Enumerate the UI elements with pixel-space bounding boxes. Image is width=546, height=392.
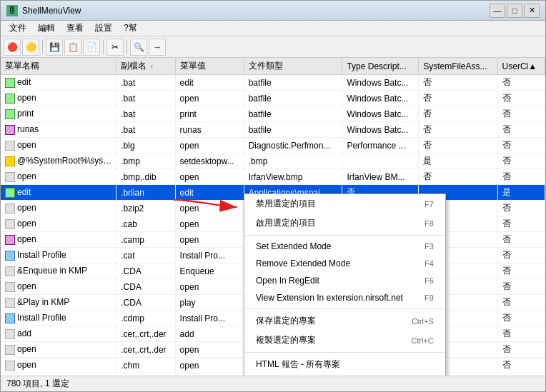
context-menu: 禁用選定的項目F7啟用選定的項目F8Set Extended ModeF3Rem… (244, 194, 446, 376)
context-menu-item-label: Set Extended Mode (256, 241, 331, 251)
table-row[interactable]: runas .bat runas batfile Windows Batc...… (1, 122, 545, 138)
cell-name: open (1, 216, 116, 232)
title-bar: 🗄 ShellMenuView — □ ✕ (1, 1, 545, 21)
toolbar-btn-clipboard[interactable]: 📋 (64, 39, 81, 56)
col-user[interactable]: UserCl▲ (497, 58, 545, 75)
toolbar-btn-red[interactable]: 🔴 (4, 39, 21, 56)
maximize-button[interactable]: □ (507, 4, 522, 18)
cell-user: 否 (497, 216, 545, 232)
cell-name: open (1, 201, 116, 216)
table-header-row: 菜單名稱 副檔名 ↑ 菜單值 文件類型 Type Descript... Sys… (1, 58, 545, 75)
cell-ext: .bzip2 (116, 201, 175, 216)
context-menu-item[interactable]: 複製選定的專案Ctrl+C (244, 331, 445, 350)
cell-value: open (175, 279, 244, 295)
table-row[interactable]: print .bat print batfile Windows Batc...… (1, 106, 545, 122)
table-row[interactable]: open .blg open Diagnostic.Perfmon... Per… (1, 138, 545, 154)
cell-user: 否 (497, 358, 545, 373)
cell-value: add (175, 326, 244, 342)
cell-value: edit (175, 75, 244, 91)
cell-sysfile: 否 (419, 122, 497, 138)
cell-sysfile: 是 (419, 154, 497, 169)
row-icon (5, 172, 15, 182)
table-row[interactable]: @%SystemRoot%\syste... .bmp setdesktopw.… (1, 154, 545, 169)
context-menu-item[interactable]: HTML 報告 - 選定專案 (244, 374, 445, 376)
cell-user: 否 (497, 263, 545, 279)
status-text: 780 項目, 1 選定 (6, 378, 69, 390)
cell-ext: .cdmp (116, 311, 175, 326)
row-icon (5, 251, 15, 261)
table-row[interactable]: open .bat open batfile Windows Batc... 否… (1, 91, 545, 106)
toolbar-btn-cut[interactable]: ✂ (106, 39, 124, 56)
cell-sysfile: 否 (419, 75, 497, 91)
cell-value: open (175, 358, 244, 373)
toolbar-btn-arrow[interactable]: → (149, 39, 166, 56)
context-menu-item-key: F4 (425, 259, 434, 268)
cell-user: 否 (497, 201, 545, 216)
toolbar-btn-save[interactable]: 💾 (46, 39, 63, 56)
toolbar-btn-doc[interactable]: 📄 (83, 39, 100, 56)
cell-name: &Enqueue in KMP (1, 263, 116, 279)
cell-user: 否 (497, 75, 545, 91)
col-value[interactable]: 菜單值 (175, 58, 244, 75)
menu-view[interactable]: 查看 (61, 21, 89, 36)
col-sysfile[interactable]: SystemFileAss... (419, 58, 497, 75)
context-menu-item[interactable]: 禁用選定的項目F7 (244, 194, 445, 213)
cell-ext: .bat (116, 75, 175, 91)
context-menu-item[interactable]: View Extension In extension.nirsoft.netF… (244, 289, 445, 306)
cell-name: &Play in KMP (1, 295, 116, 311)
context-menu-item[interactable]: HTML 報告 - 所有專案 (244, 355, 445, 374)
context-menu-item[interactable]: Open In RegEditF6 (244, 272, 445, 289)
col-typedesc[interactable]: Type Descript... (342, 58, 419, 75)
cell-ext: .bat (116, 106, 175, 122)
cell-user: 否 (497, 311, 545, 326)
cell-ext: .bat (116, 91, 175, 106)
cell-value: print (175, 106, 244, 122)
close-button[interactable]: ✕ (524, 4, 540, 18)
context-menu-item[interactable]: Remove Extended ModeF4 (244, 255, 445, 272)
context-menu-item[interactable]: 保存選定的專案Ctrl+S (244, 311, 445, 331)
cell-name: print (1, 106, 116, 122)
row-icon (5, 203, 15, 213)
menu-help[interactable]: ?幫 (118, 21, 143, 36)
cell-name: open (1, 358, 116, 373)
context-menu-item-label: HTML 報告 - 所有專案 (256, 358, 340, 371)
menu-settings[interactable]: 設置 (89, 21, 118, 36)
cell-user: 否 (497, 295, 545, 311)
main-window: 🗄 ShellMenuView — □ ✕ 文件 編輯 查看 設置 ?幫 🔴 🟡… (0, 0, 546, 392)
table-row[interactable]: open .bmp,.dib open IrfanView.bmp IrfanV… (1, 169, 545, 185)
menu-file[interactable]: 文件 (4, 21, 32, 36)
col-filetype[interactable]: 文件類型 (244, 58, 342, 75)
context-menu-item[interactable]: 啟用選定的項目F8 (244, 213, 445, 233)
cell-sysfile: 否 (419, 106, 497, 122)
row-icon (5, 94, 15, 104)
cell-user: 否 (497, 122, 545, 138)
cell-value: open (175, 91, 244, 106)
cell-filetype: .bmp (244, 154, 342, 169)
context-menu-item-key: F9 (425, 293, 434, 302)
row-icon (5, 329, 15, 339)
cell-name: open (1, 232, 116, 248)
toolbar-btn-yellow[interactable]: 🟡 (22, 39, 39, 56)
col-ext[interactable]: 副檔名 ↑ (116, 58, 175, 75)
context-menu-item-label: 啟用選定的項目 (256, 217, 316, 229)
context-menu-item[interactable]: Set Extended ModeF3 (244, 238, 445, 255)
cell-value: runas (175, 122, 244, 138)
cell-ext: .chm (116, 358, 175, 373)
col-name[interactable]: 菜單名稱 (1, 58, 116, 75)
cell-name: open (1, 91, 116, 106)
cell-ext: .cer,.crt,.der (116, 342, 175, 358)
cell-user: 否 (497, 279, 545, 295)
minimize-button[interactable]: — (490, 4, 505, 18)
toolbar-separator-3 (126, 40, 127, 54)
toolbar-btn-search[interactable]: 🔍 (130, 39, 147, 56)
context-menu-item-label: Open In RegEdit (256, 276, 319, 286)
cell-filetype: batfile (244, 122, 342, 138)
table-row[interactable]: edit .bat edit batfile Windows Batc... 否… (1, 75, 545, 91)
context-menu-item-label: 保存選定的專案 (256, 315, 316, 327)
row-icon (5, 298, 15, 308)
cell-name: @%SystemRoot%\syste... (1, 154, 116, 169)
context-menu-separator (244, 235, 445, 236)
context-menu-item-key: F6 (425, 276, 434, 285)
cell-value: open (175, 342, 244, 358)
menu-edit[interactable]: 編輯 (32, 21, 61, 36)
